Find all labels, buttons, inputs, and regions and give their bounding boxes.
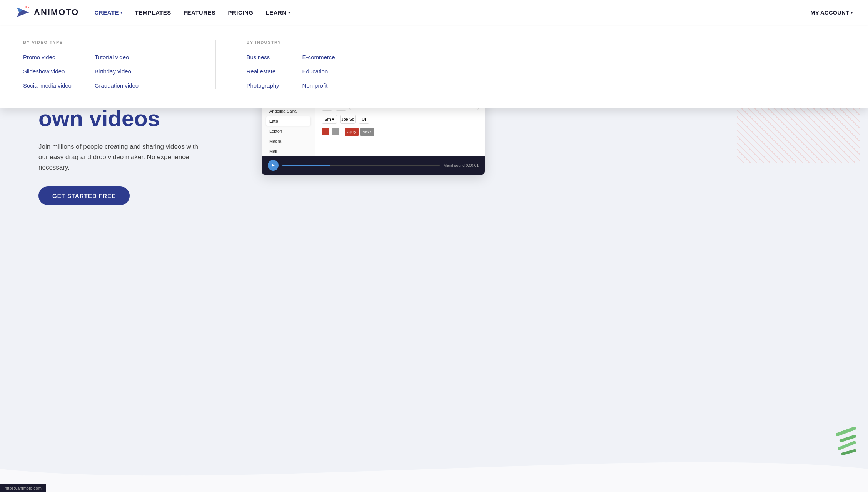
video-type-label: BY VIDEO TYPE: [23, 40, 185, 45]
svg-point-2: [25, 6, 27, 8]
dropdown-columns: BY VIDEO TYPE Promo video Slideshow vide…: [23, 40, 408, 89]
color-apply-btn[interactable]: Apply: [345, 128, 359, 136]
status-bar: https://animoto.com: [0, 484, 46, 492]
font-extra-input[interactable]: Ur: [359, 115, 369, 124]
link-real-estate[interactable]: Real estate: [247, 68, 279, 75]
link-nonprofit[interactable]: Non-profit: [302, 82, 335, 89]
create-chevron-icon: ▾: [120, 10, 123, 15]
editor-timeline: Mend sound 0:00:01: [262, 156, 485, 175]
hero-subtext: Join millions of people creating and sha…: [38, 141, 208, 173]
video-type-columns: Promo video Slideshow video Social media…: [23, 54, 185, 89]
color-swatches: Apply Reset: [322, 128, 479, 136]
video-type-section: BY VIDEO TYPE Promo video Slideshow vide…: [23, 40, 185, 89]
industry-section: BY INDUSTRY Business Real estate Photogr…: [247, 40, 408, 89]
font-option-magra[interactable]: Magra: [266, 136, 310, 146]
link-photography[interactable]: Photography: [247, 82, 279, 89]
action-btns: Apply Reset: [345, 128, 374, 136]
account-chevron-icon: ▾: [851, 10, 853, 15]
play-button[interactable]: [268, 160, 279, 171]
timeline-time: Mend sound 0:00:01: [444, 163, 479, 168]
link-business[interactable]: Business: [247, 54, 279, 60]
svg-point-3: [28, 7, 29, 8]
link-education[interactable]: Education: [302, 68, 335, 75]
nav-features[interactable]: FEATURES: [184, 9, 216, 16]
font-size-input[interactable]: Sm ▾: [322, 115, 337, 124]
create-dropdown: BY VIDEO TYPE Promo video Slideshow vide…: [0, 25, 868, 108]
font-option-mali[interactable]: Mali: [266, 146, 310, 156]
link-birthday-video[interactable]: Birthday video: [95, 68, 139, 75]
color-red[interactable]: [322, 128, 329, 135]
brush-strokes: [835, 430, 856, 454]
nav-templates[interactable]: TEMPLATES: [135, 9, 171, 16]
nav-learn[interactable]: LEARN ▾: [266, 9, 290, 16]
dropdown-divider: [215, 40, 216, 89]
link-graduation-video[interactable]: Graduation video: [95, 82, 139, 89]
my-account-link[interactable]: MY ACCOUNT ▾: [810, 9, 853, 16]
timeline-bar[interactable]: [282, 165, 440, 166]
logo[interactable]: ANIMOTO: [15, 5, 79, 20]
nav-create[interactable]: CREATE ▾: [94, 9, 122, 16]
color-reset-btn[interactable]: Reset: [360, 128, 374, 136]
color-gray[interactable]: [332, 128, 339, 135]
size-align-controls: Sm ▾ Joe Sd Ur: [322, 115, 479, 124]
nav-right: MY ACCOUNT ▾: [810, 9, 853, 16]
navbar: ANIMOTO CREATE ▾ TEMPLATES FEATURES PRIC…: [0, 0, 868, 25]
play-icon: [271, 163, 275, 168]
industry-col2: E-commerce Education Non-profit: [302, 54, 335, 89]
nav-left: ANIMOTO CREATE ▾ TEMPLATES FEATURES PRIC…: [15, 5, 290, 20]
industry-label: BY INDUSTRY: [247, 40, 408, 45]
bottom-wave: [0, 446, 868, 492]
svg-point-4: [27, 8, 27, 9]
timeline-progress: [282, 165, 330, 166]
industry-col1: Business Real estate Photography: [247, 54, 279, 89]
font-option-lekton[interactable]: Lekton: [266, 126, 310, 136]
font-align-input[interactable]: Joe Sd: [340, 115, 356, 124]
nav-links: CREATE ▾ TEMPLATES FEATURES PRICING LEAR…: [94, 9, 290, 16]
learn-chevron-icon: ▾: [288, 10, 290, 15]
video-type-col2: Tutorial video Birthday video Graduation…: [95, 54, 139, 89]
video-type-col1: Promo video Slideshow video Social media…: [23, 54, 72, 89]
logo-icon: [15, 5, 31, 20]
link-promo-video[interactable]: Promo video: [23, 54, 72, 60]
logo-text: ANIMOTO: [34, 7, 79, 17]
link-slideshow-video[interactable]: Slideshow video: [23, 68, 72, 75]
nav-pricing[interactable]: PRICING: [228, 9, 254, 16]
link-ecommerce[interactable]: E-commerce: [302, 54, 335, 60]
status-url: https://animoto.com: [5, 486, 42, 490]
get-started-button[interactable]: GET STARTED FREE: [38, 186, 130, 205]
font-option-lato[interactable]: Lato: [266, 116, 310, 126]
link-tutorial-video[interactable]: Tutorial video: [95, 54, 139, 60]
link-social-media-video[interactable]: Social media video: [23, 82, 72, 89]
svg-marker-12: [272, 164, 275, 167]
industry-columns: Business Real estate Photography E-comme…: [247, 54, 408, 89]
